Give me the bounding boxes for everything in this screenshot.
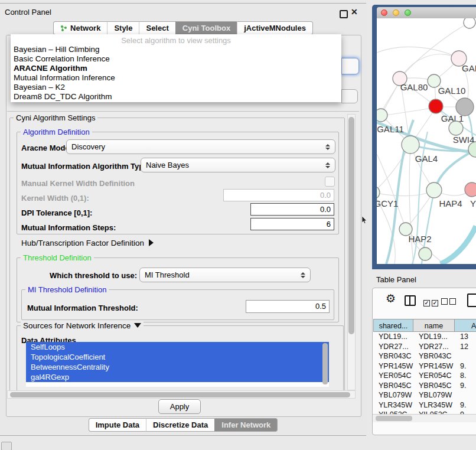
network-node[interactable] bbox=[419, 247, 432, 260]
tab-discretize-data[interactable]: Discretize Data bbox=[146, 418, 214, 432]
network-edge[interactable] bbox=[377, 191, 433, 196]
aracne-mode-label: Aracne Mode: bbox=[21, 144, 72, 152]
algorithm-option[interactable]: Bayesian – Hill Climbing bbox=[11, 45, 341, 54]
tab-network[interactable]: Network bbox=[53, 21, 107, 35]
table-row[interactable]: YDR27...YDR27...12 bbox=[373, 342, 476, 352]
node-label: GAL10 bbox=[438, 86, 466, 96]
table-row[interactable]: YLR345WYLR345W9. bbox=[373, 400, 476, 410]
close-icon[interactable]: ✕ bbox=[351, 7, 358, 17]
algorithm-option-selected[interactable]: ARACNE Algorithm bbox=[11, 64, 341, 73]
network-edge[interactable] bbox=[441, 226, 476, 264]
which-threshold-value: MI Threshold bbox=[145, 270, 300, 279]
table-row[interactable]: YPR145WYPR145W9. bbox=[373, 361, 476, 371]
zoom-traffic-light[interactable] bbox=[405, 9, 411, 16]
checked-columns-icon[interactable]: ✓✓ bbox=[423, 296, 440, 307]
network-node[interactable] bbox=[465, 182, 476, 197]
settings-hscrollbar-track[interactable] bbox=[7, 390, 356, 399]
node-label: GCY1 bbox=[377, 198, 398, 208]
algorithm-option[interactable]: Basic Correlation Inference bbox=[11, 54, 341, 64]
table-cell: YBL079W bbox=[373, 390, 413, 400]
column-header-name[interactable]: name bbox=[413, 319, 455, 332]
network-edge[interactable] bbox=[401, 54, 459, 77]
apply-button[interactable]: Apply bbox=[158, 399, 201, 414]
float-window-icon[interactable] bbox=[340, 10, 348, 18]
close-traffic-light[interactable] bbox=[381, 9, 387, 16]
column-header-a[interactable]: A bbox=[455, 319, 476, 332]
table-row[interactable]: YBR043CYBR043C bbox=[373, 351, 476, 361]
bottom-tabs: Impute Data Discretize Data Infer Networ… bbox=[0, 418, 366, 432]
network-node[interactable] bbox=[377, 109, 387, 122]
table-hscrollbar-track[interactable] bbox=[373, 414, 476, 422]
table-cell: YBR045C bbox=[413, 381, 455, 391]
network-node[interactable] bbox=[449, 121, 463, 135]
network-window-titlebar[interactable] bbox=[377, 7, 476, 19]
table-cell: YPR145W bbox=[413, 361, 455, 371]
attributes-scrollbar[interactable] bbox=[322, 343, 328, 384]
settings-vscrollbar-thumb[interactable] bbox=[348, 117, 354, 334]
panel-separator bbox=[7, 111, 359, 112]
gear-icon[interactable]: ⚙ bbox=[386, 292, 396, 305]
attribute-item-selected[interactable]: gal4RGexp bbox=[26, 372, 329, 382]
attribute-item-selected[interactable]: BetweennessCentrality bbox=[26, 362, 329, 372]
split-panel-icon[interactable] bbox=[405, 295, 416, 306]
table-hscrollbar-thumb[interactable] bbox=[376, 416, 412, 421]
manual-kernel-checkbox[interactable] bbox=[325, 177, 335, 187]
collapsed-arrow-icon bbox=[149, 239, 154, 246]
aracne-mode-combo[interactable]: Discovery bbox=[66, 139, 335, 154]
tab-network-label: Network bbox=[70, 22, 100, 34]
network-edge[interactable] bbox=[382, 107, 436, 116]
table-cell: YBR045C bbox=[373, 381, 413, 391]
mi-type-value: Naive Bayes bbox=[146, 161, 325, 169]
mi-threshold-field[interactable]: 0.5 bbox=[246, 300, 330, 313]
table-panel: ⚙ ✓✓ shared... name A YDL19...YDL19...13… bbox=[372, 288, 476, 435]
node-label: GAL11 bbox=[377, 124, 404, 134]
unchecked-columns-icon[interactable] bbox=[441, 296, 458, 307]
table-row[interactable]: YBR045CYBR045C9. bbox=[373, 381, 476, 391]
tab-infer-network[interactable]: Infer Network bbox=[214, 418, 278, 432]
sources-title[interactable]: Sources for Network Inference bbox=[21, 321, 144, 330]
network-node[interactable] bbox=[429, 99, 443, 113]
kernel-width-field[interactable]: 0.0 bbox=[223, 189, 334, 201]
settings-hscrollbar-thumb[interactable] bbox=[10, 392, 350, 397]
algorithm-option[interactable]: Mutual Information Inference bbox=[11, 73, 341, 83]
combo-arrows-icon bbox=[300, 272, 305, 278]
collapsed-panel-button[interactable] bbox=[1, 442, 12, 450]
combo-fragment bbox=[341, 89, 358, 103]
network-edge[interactable] bbox=[409, 145, 413, 264]
network-edge[interactable] bbox=[377, 47, 458, 58]
dpi-tolerance-field[interactable]: 0.0 bbox=[250, 203, 334, 216]
tab-style[interactable]: Style bbox=[107, 21, 139, 35]
network-node[interactable] bbox=[402, 136, 419, 154]
expanded-arrow-icon bbox=[134, 323, 141, 328]
node-label: GAL80 bbox=[400, 82, 428, 92]
table-row[interactable]: YBL079WYBL079W bbox=[373, 390, 476, 400]
settings-vscrollbar-track[interactable] bbox=[347, 114, 356, 390]
network-node[interactable] bbox=[426, 182, 442, 198]
attribute-item-selected[interactable]: SelfLoops bbox=[26, 342, 329, 352]
document-icon[interactable] bbox=[467, 294, 476, 307]
table-cell: YDR27... bbox=[373, 342, 413, 352]
tab-jactivemnodules[interactable]: jActiveMNodules bbox=[237, 21, 313, 35]
table-row[interactable]: YDL19...YDL19...13 bbox=[373, 332, 476, 342]
tab-impute-data[interactable]: Impute Data bbox=[89, 418, 146, 432]
network-node[interactable] bbox=[377, 186, 380, 199]
combo-arrows-icon bbox=[325, 162, 330, 168]
mi-steps-field[interactable]: 6 bbox=[250, 218, 334, 230]
mi-type-combo[interactable]: Naive Bayes bbox=[141, 158, 335, 172]
which-threshold-combo[interactable]: MI Threshold bbox=[139, 268, 311, 282]
table-cell: YPR145W bbox=[373, 361, 413, 371]
table-body: YDL19...YDL19...13YDR27...YDR27...12YBR0… bbox=[373, 332, 476, 420]
table-row[interactable]: YER054CYER054C8. bbox=[373, 371, 476, 381]
attribute-item-selected[interactable]: TopologicalCoefficient bbox=[26, 352, 329, 362]
tab-select[interactable]: Select bbox=[139, 21, 175, 35]
network-node[interactable] bbox=[464, 18, 475, 28]
tab-cyni-toolbox[interactable]: Cyni Toolbox bbox=[175, 21, 237, 35]
minimize-traffic-light[interactable] bbox=[393, 9, 399, 16]
algorithm-option[interactable]: Bayesian – K2 bbox=[11, 83, 341, 92]
column-header-shared[interactable]: shared... bbox=[373, 319, 413, 332]
network-canvas[interactable]: GALGAL80GAL10GAL1SWI4GAL11GAL4GCY1HAP4YH… bbox=[377, 18, 476, 264]
mouse-cursor bbox=[361, 216, 369, 224]
control-panel-tabs: Network Style Select Cyni Toolbox jActiv… bbox=[0, 21, 366, 35]
algorithm-option[interactable]: Dream8 DC_TDC Algorithm bbox=[11, 92, 341, 102]
hub-definition-toggle[interactable]: Hub/Transcription Factor Definition bbox=[21, 239, 154, 247]
